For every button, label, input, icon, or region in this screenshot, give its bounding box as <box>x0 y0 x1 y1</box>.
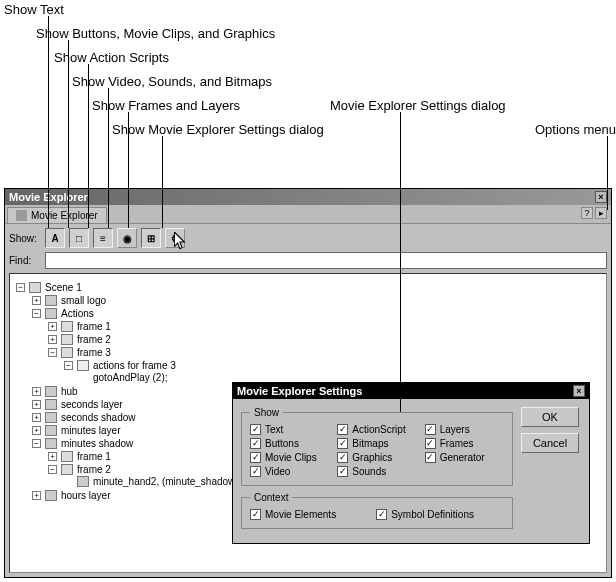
collapse-icon[interactable]: − <box>16 283 25 292</box>
tab-icon <box>16 210 27 221</box>
callout-show-actions: Show Action Scripts <box>54 50 169 65</box>
expand-icon[interactable]: + <box>32 387 41 396</box>
checkbox-symbol-definitions[interactable]: ✓Symbol Definitions <box>376 509 474 520</box>
show-legend: Show <box>250 407 283 418</box>
checkbox-frames[interactable]: ✓Frames <box>425 438 504 449</box>
tree-node[interactable]: +minutes layer <box>32 425 120 436</box>
options-menu-icon[interactable]: ▸ <box>595 207 607 219</box>
dialog-title: Movie Explorer Settings <box>237 385 362 397</box>
show-buttons-button[interactable]: □ <box>69 228 89 248</box>
checkbox-movie-clips[interactable]: ✓Movie Clips <box>250 452 329 463</box>
clip-icon <box>45 308 57 319</box>
checkbox-generator[interactable]: ✓Generator <box>425 452 504 463</box>
tree-node[interactable]: +frame 1 <box>48 321 111 332</box>
panel-title: Movie Explorer <box>9 191 88 203</box>
show-toolbar-row: Show: A □ ≡ ◉ ⊞ ⚙ <box>9 228 607 248</box>
expand-icon[interactable]: + <box>48 322 57 331</box>
clip-icon <box>45 412 57 423</box>
show-frames-button[interactable]: ⊞ <box>141 228 161 248</box>
show-label: Show: <box>9 233 41 244</box>
show-video-button[interactable]: ◉ <box>117 228 137 248</box>
find-input[interactable] <box>45 252 607 269</box>
checkbox-actionscript[interactable]: ✓ActionScript <box>337 424 416 435</box>
scene-icon <box>29 282 41 293</box>
tree-label: small logo <box>61 295 106 306</box>
collapse-icon[interactable]: − <box>32 439 41 448</box>
tree-node[interactable]: +seconds shadow <box>32 412 136 423</box>
tree-label: minute_hand2, (minute_shadow) <box>93 476 239 487</box>
tree-node[interactable]: minute_hand2, (minute_shadow) <box>64 476 239 487</box>
callout-options-menu: Options menu <box>535 122 616 137</box>
action-icon <box>77 360 89 371</box>
tree-label: actions for frame 3 <box>93 360 176 371</box>
frame-icon <box>61 451 73 462</box>
collapse-icon[interactable]: − <box>32 309 41 318</box>
collapse-icon[interactable]: − <box>48 465 57 474</box>
clip-icon <box>45 438 57 449</box>
tree-node[interactable]: +small logo <box>32 295 106 306</box>
dialog-close-icon[interactable]: × <box>573 385 585 397</box>
tree-label: hub <box>61 386 78 397</box>
clip-icon <box>45 399 57 410</box>
expand-icon[interactable]: + <box>48 452 57 461</box>
collapse-icon[interactable]: − <box>64 361 73 370</box>
tree-node[interactable]: gotoAndPlay (2); <box>80 372 168 383</box>
tree-node[interactable]: −minutes shadow <box>32 438 133 449</box>
tree-label: hours layer <box>61 490 110 501</box>
checkbox-layers[interactable]: ✓Layers <box>425 424 504 435</box>
tree-node[interactable]: −actions for frame 3 <box>64 360 176 371</box>
tree-node[interactable]: +hub <box>32 386 78 397</box>
tree-node[interactable]: +frame 1 <box>48 451 111 462</box>
callout-show-settings: Show Movie Explorer Settings dialog <box>112 122 324 137</box>
tree-label: minutes layer <box>61 425 120 436</box>
checkbox-sounds[interactable]: ✓Sounds <box>337 466 416 477</box>
callout-show-video: Show Video, Sounds, and Bitmaps <box>72 74 272 89</box>
panel-close-icon[interactable]: × <box>595 191 607 203</box>
panel-tab-row: Movie Explorer ? ▸ <box>5 205 611 224</box>
dialog-titlebar[interactable]: Movie Explorer Settings × <box>233 383 589 399</box>
tree-node[interactable]: +seconds layer <box>32 399 123 410</box>
checkbox-buttons[interactable]: ✓Buttons <box>250 438 329 449</box>
tree-label: Actions <box>61 308 94 319</box>
checkbox-text[interactable]: ✓Text <box>250 424 329 435</box>
expand-icon[interactable]: + <box>32 400 41 409</box>
tree-node[interactable]: −Actions <box>32 308 94 319</box>
collapse-icon[interactable]: − <box>48 348 57 357</box>
callout-show-frames: Show Frames and Layers <box>92 98 240 113</box>
expand-icon[interactable]: + <box>32 426 41 435</box>
tree-node[interactable]: −frame 3 <box>48 347 111 358</box>
tree-node[interactable]: +hours layer <box>32 490 110 501</box>
checkbox-bitmaps[interactable]: ✓Bitmaps <box>337 438 416 449</box>
tree-label: frame 3 <box>77 347 111 358</box>
tree-scene[interactable]: −Scene 1 <box>16 282 82 293</box>
expand-icon[interactable]: + <box>32 296 41 305</box>
find-row: Find: <box>9 252 607 269</box>
clip-icon <box>45 425 57 436</box>
checkbox-movie-elements[interactable]: ✓Movie Elements <box>250 509 336 520</box>
tree-label: frame 1 <box>77 451 111 462</box>
tree-spacer <box>64 477 73 486</box>
cancel-button[interactable]: Cancel <box>521 433 579 453</box>
expand-icon[interactable]: + <box>32 491 41 500</box>
tab-movie-explorer[interactable]: Movie Explorer <box>7 207 107 223</box>
tree-label: seconds layer <box>61 399 123 410</box>
checkbox-graphics[interactable]: ✓Graphics <box>337 452 416 463</box>
show-actions-button[interactable]: ≡ <box>93 228 113 248</box>
expand-icon[interactable]: + <box>48 335 57 344</box>
ok-button[interactable]: OK <box>521 407 579 427</box>
context-legend: Context <box>250 492 292 503</box>
frame-icon <box>61 464 73 475</box>
find-label: Find: <box>9 255 41 266</box>
tree-node[interactable]: −frame 2 <box>48 464 111 475</box>
expand-icon[interactable]: + <box>32 413 41 422</box>
show-text-button[interactable]: A <box>45 228 65 248</box>
frame-icon <box>61 321 73 332</box>
movie-explorer-settings-dialog: Movie Explorer Settings × Show ✓Text ✓Ac… <box>232 382 590 544</box>
help-icon[interactable]: ? <box>581 207 593 219</box>
clip-icon <box>45 490 57 501</box>
show-fieldset: Show ✓Text ✓ActionScript ✓Layers ✓Button… <box>241 407 513 486</box>
checkbox-video[interactable]: ✓Video <box>250 466 329 477</box>
panel-titlebar[interactable]: Movie Explorer × <box>5 189 611 205</box>
tree-node[interactable]: +frame 2 <box>48 334 111 345</box>
show-settings-button[interactable]: ⚙ <box>165 228 185 248</box>
